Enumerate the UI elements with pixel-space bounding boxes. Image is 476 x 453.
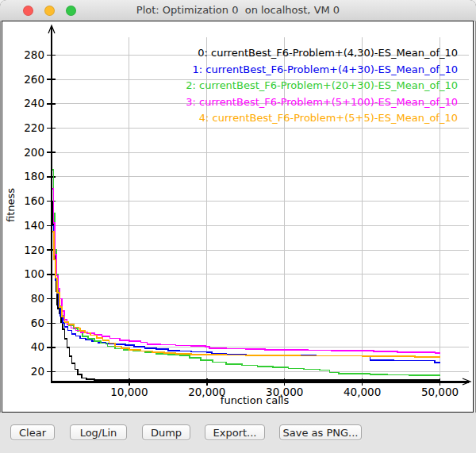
- y-tick-label: 220: [24, 121, 44, 134]
- plot-window: Plot: Optimization 0 on localhost, VM 0 …: [0, 0, 476, 453]
- series-line: [52, 189, 440, 353]
- legend-entry: 4: currentBest_F6-Problem+(5+5)-ES_Mean_…: [186, 110, 458, 127]
- y-tick-label: 200: [24, 146, 44, 159]
- y-tick-label: 240: [24, 97, 44, 109]
- series-line: [52, 170, 440, 376]
- y-tick-label: 160: [24, 194, 44, 207]
- y-tick-label: 140: [24, 219, 44, 232]
- log-lin-button[interactable]: Log/Lin: [70, 424, 127, 440]
- legend-entry: 1: currentBest_F6-Problem+(4+30)-ES_Mean…: [186, 62, 458, 79]
- y-tick-label: 120: [24, 244, 44, 256]
- legend-entry: 0: currentBest_F6-Problem+(4,30)-ES_Mean…: [186, 45, 458, 62]
- x-axis-label: function calls: [2, 394, 476, 406]
- y-tick-label: 40: [31, 340, 44, 353]
- title-bar[interactable]: Plot: Optimization 0 on localhost, VM 0: [0, 0, 476, 21]
- y-tick-label: 20: [31, 365, 44, 378]
- export-button[interactable]: Export...: [205, 424, 265, 440]
- y-axis-label: fitness: [5, 162, 17, 249]
- dump-button[interactable]: Dump: [142, 424, 190, 440]
- y-tick-label: 80: [31, 292, 44, 305]
- y-tick-label: 260: [24, 73, 44, 86]
- save-as-png-button[interactable]: Save as PNG...: [279, 424, 362, 440]
- y-tick-label: 280: [24, 48, 44, 61]
- button-bar: Clear Log/Lin Dump Export... Save as PNG…: [0, 413, 476, 453]
- clear-button[interactable]: Clear: [10, 424, 55, 440]
- series-line: [52, 202, 440, 381]
- y-tick-label: 60: [31, 317, 44, 329]
- y-tick-label: 180: [24, 170, 44, 182]
- plot-panel: 2040608010012014016018020022024026028010…: [2, 21, 474, 413]
- y-tick-label: 100: [24, 267, 44, 280]
- window-title: Plot: Optimization 0 on localhost, VM 0: [0, 0, 476, 21]
- series-line: [52, 225, 440, 363]
- legend-entry: 3: currentBest_F6-Problem+(5+100)-ES_Mea…: [186, 94, 458, 111]
- legend-entry: 2: currentBest_F6-Problem+(20+30)-ES_Mea…: [186, 78, 458, 94]
- chart-legend: 0: currentBest_F6-Problem+(4,30)-ES_Mean…: [186, 45, 458, 127]
